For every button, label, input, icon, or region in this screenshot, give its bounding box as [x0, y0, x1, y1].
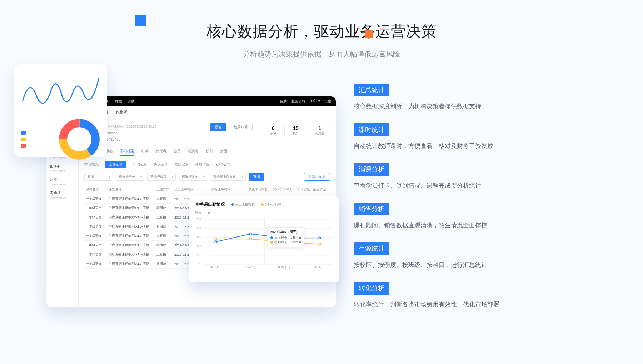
sparkline-icon — [21, 71, 101, 114]
feature-desc: 自动统计教师课时，方便查看、核对及财务工资发放 — [354, 142, 568, 150]
svg-text:03/01(日): 03/01(日) — [209, 265, 221, 269]
svg-text:50: 50 — [196, 254, 200, 257]
feature-tag: 消课分析 — [354, 163, 389, 176]
popup-title: 直播课出勤情况 — [195, 201, 225, 208]
chart-tooltip: 2020/03/04（周三） 应上时长：146min 出勤时长：125min — [267, 227, 304, 247]
legend-swatch-blue — [21, 131, 26, 135]
feature-item: 汇总统计核心数据深度剖析，为机构决策者提供数据支持 — [354, 84, 568, 110]
svg-point-20 — [319, 237, 321, 239]
tab-item[interactable]: 代报考 — [116, 109, 128, 115]
search-button[interactable]: 查询 — [249, 173, 264, 181]
enroll-button[interactable]: 报名 — [210, 123, 226, 131]
dot-icon — [231, 203, 234, 206]
sub-tab[interactable]: 做题记录 — [174, 162, 189, 167]
svg-point-22 — [249, 238, 251, 240]
help-link[interactable]: 帮助 — [280, 99, 287, 104]
nav-item[interactable]: 系统 — [128, 99, 135, 104]
donut-icon — [58, 118, 101, 161]
filter-course-select[interactable]: 请选择课程 — [147, 173, 176, 181]
feature-desc: 核心数据深度剖析，为机构决策者提供数据支持 — [354, 102, 568, 110]
campus-label: 北京分校 — [291, 99, 305, 104]
svg-text:150: 150 — [196, 235, 201, 239]
features-list: 汇总统计核心数据深度剖析，为机构决策者提供数据支持课时统计自动统计教师课时，方便… — [354, 84, 568, 321]
page-subtitle: 分析趋势为决策提供依据，从而大幅降低运营风险 — [0, 49, 643, 59]
page-title: 核心数据分析，驱动业务运营决策 — [0, 21, 643, 41]
disable-account-button[interactable]: 禁用账号 — [229, 123, 253, 131]
last-login-label: 最后登录时间： — [104, 125, 127, 128]
feature-tag: 销售分析 — [354, 203, 389, 215]
feature-tag: 转化分析 — [354, 282, 389, 295]
feature-tag: 课时统计 — [354, 123, 389, 136]
svg-text:03/02(一): 03/02(一) — [244, 265, 255, 269]
export-button[interactable]: ⇪ 导出记录 — [304, 173, 330, 181]
category-tab[interactable]: 学习档案 — [120, 149, 134, 154]
record-sub-tabs: 学习概况上课记录异动记录协议记录做题记录课后作业获得证书 — [84, 161, 330, 168]
feature-desc: 课程顾问、销售数据直观清晰，招生情况全面撑控 — [354, 221, 568, 229]
legend-swatch-red — [21, 144, 26, 148]
sub-tab[interactable]: 获得证书 — [216, 162, 230, 167]
feature-item: 课时统计自动统计教师课时，方便查看、核对及财务工资发放 — [354, 123, 568, 150]
legend-actual: 实际出勤时长 — [265, 202, 284, 207]
sidebar-student[interactable]: 昌泽199****9189 — [46, 175, 78, 188]
legend-planned: 应上直播时长 — [235, 202, 255, 207]
accent-orange — [365, 30, 373, 38]
feature-item: 销售分析课程顾问、销售数据直观清晰，招生情况全面撑控 — [354, 203, 568, 229]
sparkline-card — [14, 64, 107, 157]
svg-text:03/03(二): 03/03(二) — [278, 265, 290, 269]
sub-tab[interactable]: 上课记录 — [105, 161, 126, 168]
accent-blue — [135, 15, 146, 26]
attendance-chart: 250200150100500 03/01(日)03/02(一)03/03(二)… — [195, 215, 334, 269]
tooltip-planned: 应上时长：146min — [274, 235, 301, 240]
attendance-popup: 直播课出勤情况 应上直播时长 实际出勤时长 时长（min） 2502001501… — [189, 196, 339, 282]
nav-item[interactable]: 数据 — [115, 99, 122, 104]
filter-lesson-select[interactable]: 请选择课次 — [179, 173, 207, 181]
tooltip-date: 2020/03/04（周三） — [270, 230, 301, 234]
svg-point-18 — [249, 233, 251, 235]
logout-link[interactable]: 退出 — [324, 99, 332, 104]
stat-item: 1优惠券 — [315, 125, 325, 136]
feature-tag: 汇总统计 — [354, 84, 389, 96]
user-menu[interactable]: ljn01 ▾ — [310, 99, 320, 104]
svg-point-21 — [215, 238, 217, 240]
feature-desc: 转化率统计，判断各类市场费用有效性，优化市场部署 — [354, 300, 568, 309]
category-tab[interactable]: 优惠券 — [188, 149, 199, 154]
sub-tab[interactable]: 学习概况 — [84, 162, 99, 167]
svg-point-3 — [70, 130, 88, 148]
feature-desc: 查看学员打卡、签到情况、课程完成度分析统计 — [354, 181, 568, 190]
sub-tab[interactable]: 课后作业 — [195, 162, 209, 167]
svg-text:03/04(三): 03/04(三) — [313, 265, 325, 269]
category-tab[interactable]: 订单 — [141, 149, 149, 154]
feature-desc: 按校区、按季度、按班级、按科目，进行汇总统计 — [354, 261, 568, 269]
filter-type-select[interactable]: 直播 — [84, 173, 113, 181]
table-header: 课程名称课次名称上课方式预设上课时间实际上课时间预设学习时长实际学习时长学习进度… — [84, 185, 330, 194]
feature-item: 转化分析转化率统计，判断各类市场费用有效性，优化市场部署 — [354, 282, 568, 309]
sub-tab[interactable]: 异动记录 — [133, 162, 147, 167]
svg-text:250: 250 — [196, 218, 201, 221]
feature-item: 消课分析查看学员打卡、签到情况、课程完成度分析统计 — [354, 163, 568, 190]
sub-tab[interactable]: 协议记录 — [154, 162, 168, 167]
svg-text:100: 100 — [196, 245, 201, 248]
stat-item: 0余额 — [270, 125, 276, 136]
tooltip-actual: 出勤时长：125min — [274, 240, 301, 245]
category-tab[interactable]: 积分 — [206, 149, 213, 154]
y-axis-label: 时长（min） — [195, 210, 334, 215]
feature-item: 生源统计按校区、按季度、按班级、按科目，进行汇总统计 — [354, 242, 568, 269]
sidebar-student[interactable]: 田泽有199****9189 — [46, 162, 78, 175]
dot-icon — [261, 203, 264, 206]
sidebar-student[interactable]: 寿勇江199****9189 — [46, 188, 78, 201]
category-tab[interactable]: 余额 — [220, 149, 227, 154]
feature-tag: 生源统计 — [354, 242, 389, 255]
category-tab[interactable]: 代报考 — [156, 149, 166, 154]
legend-swatch-yellow — [21, 138, 26, 141]
last-login-time: 2020/01/02 10:00:00 — [127, 125, 156, 128]
record-category-tabs: 咨询记录报名学习档案订单代报考会员优惠券积分余额 — [84, 149, 330, 154]
svg-text:200: 200 — [196, 226, 201, 230]
svg-point-17 — [215, 241, 217, 243]
stat-item: 15积分 — [293, 125, 299, 136]
category-tab[interactable]: 会员 — [174, 149, 181, 154]
filter-method-select[interactable]: 请选择上课方式 — [210, 173, 246, 181]
svg-text:0: 0 — [199, 263, 200, 266]
svg-point-24 — [319, 243, 321, 245]
filter-campus-select[interactable]: 请选择分校 — [116, 173, 144, 181]
stat-box: 0余额15积分1优惠券 — [265, 123, 330, 138]
